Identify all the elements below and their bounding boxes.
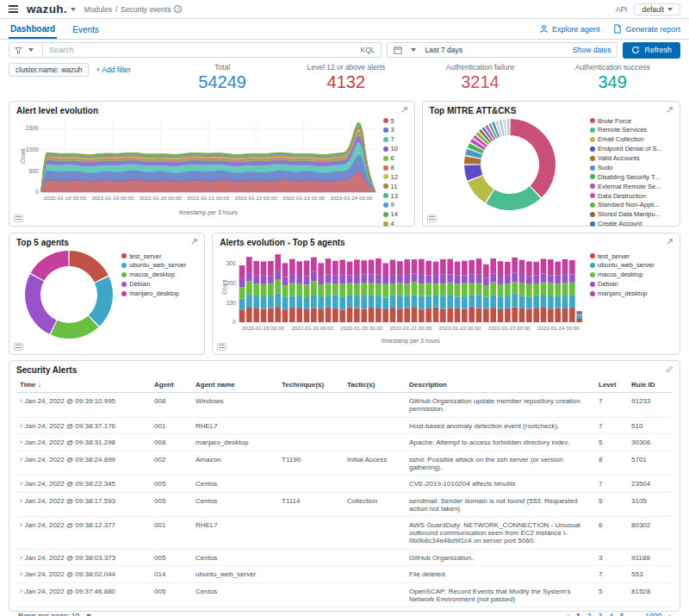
time-range-label[interactable]: Last 7 days — [425, 46, 462, 54]
cell-agent-id[interactable]: 005 — [151, 492, 192, 517]
legend-item[interactable]: Standard Non-Appli... — [590, 201, 673, 208]
pagination-page-1[interactable]: 1 — [576, 612, 580, 616]
legend-item[interactable]: Email Collection — [590, 135, 673, 143]
column-header-technique-s-[interactable]: Technique(s) — [278, 377, 344, 393]
pagination-page-…[interactable]: … — [631, 612, 639, 616]
expand-row-icon[interactable]: › — [20, 587, 25, 595]
legend-item[interactable]: 7 — [383, 135, 407, 143]
cell-agent-id[interactable]: 005 — [151, 582, 192, 607]
legend-item[interactable]: manjaro_desktop — [121, 289, 197, 297]
cell-rule-id[interactable]: 5701 — [628, 451, 673, 476]
legend-item[interactable]: macos_desktop — [121, 271, 197, 278]
edit-icon[interactable] — [666, 365, 673, 375]
legend-item[interactable]: Debian — [121, 280, 197, 288]
cell-rule-id[interactable]: 23504 — [628, 476, 673, 493]
column-header-level[interactable]: Level — [595, 377, 628, 393]
legend-item[interactable]: Sudo — [590, 164, 673, 171]
saved-query-menu[interactable] — [9, 43, 43, 57]
legend-item[interactable]: 10 — [383, 145, 407, 152]
legend-item[interactable]: Endpoint Denial of S... — [590, 145, 673, 152]
legend-item[interactable]: Remote Services — [590, 126, 673, 134]
rows-per-page-selector[interactable]: Rows per page: 10 — [18, 612, 95, 616]
tab-events[interactable]: Events — [71, 21, 101, 38]
column-header-agent[interactable]: Agent — [151, 377, 192, 393]
expand-row-icon[interactable]: › — [20, 496, 25, 505]
table-row[interactable]: › Jan 24, 2022 @ 09:38:17.593005CentosT1… — [16, 492, 673, 517]
cell-technique[interactable] — [278, 476, 344, 493]
expand-row-icon[interactable]: › — [20, 438, 25, 446]
legend-item[interactable]: 3 — [383, 126, 407, 134]
cell-agent-id[interactable]: 008 — [151, 393, 192, 418]
legend-item[interactable]: Brute Force — [590, 117, 673, 125]
expand-icon[interactable] — [400, 106, 408, 115]
pagination-page-5[interactable]: 5 — [620, 612, 624, 616]
cell-technique[interactable] — [278, 434, 344, 451]
cell-rule-id[interactable]: 553 — [628, 566, 673, 583]
table-row[interactable]: › Jan 24, 2022 @ 09:38:31.298008manjaro_… — [16, 434, 673, 451]
expand-row-icon[interactable]: › — [20, 421, 25, 430]
bar-chart-svg[interactable]: 01002003002022-01-18 00:002022-01-19 00:… — [220, 247, 590, 345]
cell-technique[interactable] — [278, 517, 344, 550]
legend-item[interactable]: 8 — [383, 164, 407, 171]
cell-technique[interactable]: T1114 — [278, 492, 344, 517]
expand-row-icon[interactable]: › — [20, 396, 25, 405]
pagination-prev-icon[interactable]: ‹ — [567, 612, 569, 616]
legend-item[interactable]: 9 — [383, 201, 407, 208]
table-row[interactable]: › Jan 24, 2022 @ 09:37:46.880005CentosOp… — [16, 582, 673, 607]
expand-icon[interactable] — [666, 238, 673, 247]
pagination-page-2[interactable]: 2 — [587, 612, 592, 616]
cell-agent-id[interactable]: 002 — [151, 451, 192, 476]
legend-toggle-icon[interactable] — [427, 215, 437, 222]
legend-toggle-icon[interactable] — [14, 215, 23, 222]
expand-row-icon[interactable]: › — [20, 455, 25, 464]
refresh-button[interactable]: Refresh — [623, 42, 680, 59]
pagination-page-3[interactable]: 3 — [599, 612, 603, 616]
explore-agent-button[interactable]: Explore agent — [539, 24, 600, 34]
legend-toggle-icon[interactable] — [217, 343, 227, 351]
cell-rule-id[interactable]: 91233 — [628, 393, 673, 418]
legend-item[interactable]: External Remote Se... — [590, 183, 673, 190]
legend-item[interactable]: 13 — [383, 192, 407, 200]
cell-rule-id[interactable]: 80302 — [628, 517, 673, 550]
legend-item[interactable]: Data Destruction — [590, 192, 673, 200]
expand-row-icon[interactable]: › — [20, 479, 25, 488]
legend-item[interactable]: Debian — [590, 280, 673, 288]
expand-icon[interactable] — [190, 238, 198, 247]
legend-toggle-icon[interactable] — [14, 343, 23, 351]
cell-agent-id[interactable]: 005 — [151, 476, 192, 493]
filter-chip-cluster-name[interactable]: cluster.name: wazuh — [9, 63, 89, 77]
column-header-description[interactable]: Description — [406, 377, 595, 393]
donut-chart-svg[interactable] — [461, 115, 559, 214]
cell-agent-id[interactable]: 014 — [151, 566, 192, 583]
cell-technique[interactable]: T1190 — [278, 451, 344, 476]
legend-item[interactable]: 11 — [383, 183, 407, 190]
top5-donut-chart[interactable] — [16, 247, 121, 342]
legend-item[interactable]: macos_desktop — [590, 271, 673, 278]
legend-item[interactable]: Disabling Security T... — [590, 173, 673, 181]
legend-item[interactable]: 6 — [383, 154, 407, 162]
column-header-rule-id[interactable]: Rule ID — [628, 377, 673, 393]
column-header-agent-name[interactable]: Agent name — [192, 377, 278, 393]
cell-rule-id[interactable]: 510 — [628, 417, 673, 434]
bar-chart[interactable]: 01002003002022-01-18 00:002022-01-19 00:… — [220, 247, 590, 347]
table-row[interactable]: › Jan 24, 2022 @ 09:38:22.345005CentosCV… — [16, 476, 673, 493]
expand-row-icon[interactable]: › — [20, 569, 25, 578]
legend-item[interactable]: manjaro_desktop — [590, 289, 673, 297]
wazuh-logo[interactable]: wazuh. — [27, 3, 67, 16]
cell-technique[interactable] — [278, 417, 344, 434]
api-selector[interactable]: default — [634, 3, 680, 16]
search-input[interactable]: Search — [43, 46, 360, 54]
donut-chart-svg[interactable] — [22, 247, 116, 342]
table-row[interactable]: › Jan 24, 2022 @ 09:38:02.044014ubuntu_w… — [16, 566, 673, 583]
table-row[interactable]: › Jan 24, 2022 @ 09:38:37.176001RHEL7Hos… — [16, 417, 673, 434]
legend-item[interactable]: Valid Accounts — [590, 154, 673, 162]
expand-row-icon[interactable]: › — [20, 520, 25, 529]
area-chart[interactable]: 0500100015002022-01-18 00:002022-01-19 0… — [16, 115, 383, 219]
kql-toggle[interactable]: KQL — [360, 46, 381, 54]
cell-agent-id[interactable]: 001 — [151, 417, 192, 434]
generate-report-button[interactable]: Generate report — [613, 24, 680, 34]
query-bar[interactable]: Search KQL — [9, 42, 382, 58]
cell-agent-id[interactable]: 008 — [151, 434, 192, 451]
legend-item[interactable]: Create Account — [590, 220, 673, 227]
show-dates-link[interactable]: Show dates — [573, 46, 611, 54]
